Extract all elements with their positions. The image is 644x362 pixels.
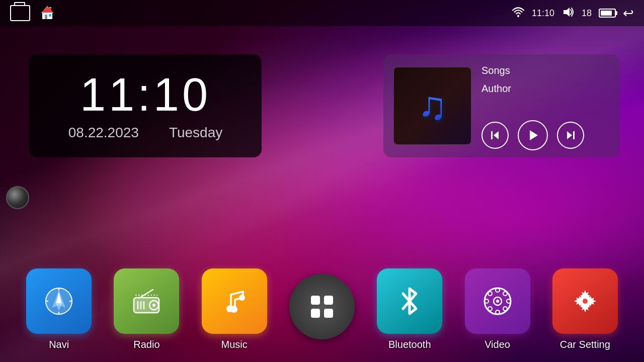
app-item-video[interactable]: Video <box>465 268 530 350</box>
svg-point-19 <box>57 299 61 303</box>
apps-icon <box>289 274 355 339</box>
clock-widget: 11:10 08.22.2023 Tuesday <box>29 54 262 157</box>
volume-knob[interactable] <box>6 186 29 209</box>
volume-icon <box>561 7 575 20</box>
clock-day-value: Tuesday <box>169 125 222 141</box>
app-dock: Navi Radio <box>0 256 644 362</box>
app-item-navi[interactable]: Navi <box>26 268 92 350</box>
svg-point-34 <box>239 295 245 301</box>
author-label: Author <box>481 79 610 98</box>
back-icon[interactable]: ↩ <box>623 6 634 21</box>
carsetting-label: Car Setting <box>560 339 610 350</box>
recent-apps-icon[interactable] <box>10 5 30 21</box>
music-icon <box>202 268 267 334</box>
home-icon[interactable] <box>38 4 56 22</box>
svg-rect-37 <box>311 309 320 318</box>
svg-marker-8 <box>564 8 570 17</box>
bluetooth-icon <box>377 268 442 334</box>
svg-point-49 <box>488 307 492 311</box>
radio-icon <box>114 268 179 334</box>
video-label: Video <box>485 339 510 350</box>
svg-point-41 <box>496 300 499 303</box>
wifi-icon <box>512 7 525 20</box>
video-icon <box>465 268 530 334</box>
songs-label: Songs <box>481 61 610 79</box>
navi-icon <box>26 268 92 334</box>
statusbar: 11:10 18 ↩ <box>0 0 644 26</box>
svg-rect-38 <box>324 309 333 318</box>
svg-rect-13 <box>573 131 575 139</box>
svg-point-48 <box>503 292 507 296</box>
app-item-apps[interactable] <box>289 274 355 344</box>
battery-icon <box>599 9 616 18</box>
app-item-carsetting[interactable]: Car Setting <box>552 268 618 350</box>
prev-button[interactable] <box>481 122 509 149</box>
music-controls <box>481 120 610 150</box>
music-note-icon: ♫ <box>418 83 447 129</box>
music-widget: ♫ Songs Author <box>383 54 620 157</box>
svg-rect-35 <box>311 296 320 305</box>
svg-point-29 <box>152 304 155 307</box>
clock-date-value: 08.22.2023 <box>68 125 139 141</box>
navi-label: Navi <box>49 339 69 350</box>
clock-time: 11:10 <box>80 71 211 118</box>
app-item-radio[interactable]: Radio <box>114 268 179 350</box>
svg-marker-11 <box>530 130 538 140</box>
time-display: 11:10 <box>532 8 554 19</box>
svg-rect-10 <box>491 131 493 139</box>
music-label: Music <box>221 339 248 350</box>
svg-point-33 <box>230 306 237 313</box>
volume-level: 18 <box>582 8 592 19</box>
app-item-bluetooth[interactable]: Bluetooth <box>377 268 442 350</box>
clock-date: 08.22.2023 Tuesday <box>68 125 223 141</box>
music-info: Songs Author <box>471 61 610 150</box>
svg-point-7 <box>517 15 519 17</box>
bluetooth-label: Bluetooth <box>388 339 431 350</box>
svg-rect-2 <box>45 15 47 19</box>
statusbar-left <box>10 4 56 22</box>
play-button[interactable] <box>518 120 548 150</box>
music-meta: Songs Author <box>481 61 610 98</box>
statusbar-right: 11:10 18 ↩ <box>512 6 634 21</box>
album-art: ♫ <box>393 67 471 145</box>
svg-rect-3 <box>49 14 51 17</box>
svg-line-30 <box>140 290 153 298</box>
svg-rect-6 <box>49 8 51 11</box>
svg-point-47 <box>503 307 507 311</box>
svg-point-46 <box>488 292 492 296</box>
svg-point-52 <box>583 299 588 304</box>
svg-marker-12 <box>567 131 572 139</box>
svg-marker-9 <box>494 131 499 139</box>
carsetting-icon <box>552 268 618 334</box>
next-button[interactable] <box>557 122 584 149</box>
svg-rect-36 <box>324 296 333 305</box>
app-item-music[interactable]: Music <box>202 268 267 350</box>
radio-label: Radio <box>133 339 159 350</box>
